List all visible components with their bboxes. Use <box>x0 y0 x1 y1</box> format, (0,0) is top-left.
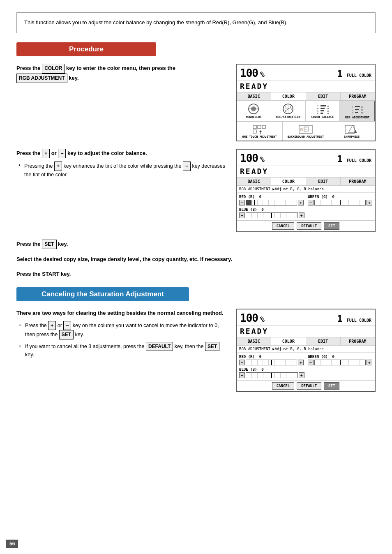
color-balance-label: COLOR BALANCE <box>307 115 339 119</box>
blue-track-2 <box>246 212 298 218</box>
hue-saturation-cell[interactable]: R Y V B HUE/SATURATION <box>271 101 306 121</box>
svg-text:Y: Y <box>290 105 291 108</box>
red-track-3 <box>246 360 297 365</box>
rgb-adjustment-cell[interactable]: R ≡⊗ G ≡⊗ B ≡⊗ RGB ADJUSTMENT <box>340 101 375 121</box>
screen-percent-3: 100 <box>240 312 258 324</box>
tab-program-2[interactable]: PROGRAM <box>341 178 375 185</box>
tab-edit-3[interactable]: EDIT <box>306 337 341 345</box>
screen-copy-num-1: 1 <box>337 69 343 79</box>
color-balance-cell[interactable]: Y ≡⊗ M ≡⊗ C ≡⊗ K ≡⊗ <box>306 101 340 121</box>
rgb-adjust-label-2: RGB ADJUSTMENT ▶Adjust R, G, B balance <box>237 186 375 193</box>
green-slider-3: GREEN (G) 0 − <box>308 355 372 365</box>
blue-slider-wrapper-3: BLUE (B) 0 − <box>239 367 304 378</box>
red-cells-3 <box>246 360 297 365</box>
green-plus-btn-2[interactable]: + <box>367 200 372 205</box>
green-label-2: GREEN (G) 0 <box>308 195 372 199</box>
step5-text: Press the START key. <box>16 270 376 278</box>
blue-slider-2: BLUE (B) 0 − <box>239 208 304 218</box>
rgb-adjust-label-3: RGB ADJUSTMENT ▶Adjust R, G, B balance <box>237 346 375 353</box>
tab-basic-3[interactable]: BASIC <box>237 337 271 345</box>
canceling-text: There are two ways for clearing the sett… <box>16 309 228 362</box>
green-minus-btn-2[interactable]: − <box>308 200 314 205</box>
hue-saturation-icon: R Y V B <box>281 103 295 115</box>
red-plus-btn-2[interactable]: + <box>298 200 304 205</box>
tab-basic-2[interactable]: BASIC <box>237 178 271 185</box>
blue-slider-3: BLUE (B) 0 − <box>239 367 304 378</box>
one-touch-cell[interactable]: ONE TOUCH ADJUSTMENT <box>237 122 283 140</box>
tab-edit-1[interactable]: EDIT <box>306 92 341 100</box>
default-btn-3[interactable]: DEFAULT <box>297 382 321 390</box>
hue-saturation-label: HUE/SATURATION <box>272 115 304 119</box>
blue-minus-btn-2[interactable]: − <box>239 212 245 218</box>
rgb-adjustment-key: RGB ADJUSTMENT <box>16 74 67 83</box>
step4-row: Select the desired copy size, image dens… <box>16 255 376 263</box>
minus-key-1: − <box>58 149 66 159</box>
svg-rect-32 <box>253 125 256 129</box>
red-plus-btn-3[interactable]: + <box>298 360 304 365</box>
screen3-panel: 100 % 1 FULL COLOR READY BASIC COLOR EDI… <box>236 309 376 392</box>
blue-track-3 <box>246 372 298 378</box>
screen-top-3: 100 % 1 FULL COLOR <box>237 309 375 326</box>
cancel-btn-2[interactable]: CANCEL <box>272 222 295 230</box>
screen-percent-2: 100 <box>240 152 258 164</box>
screen1-panel: 100 % 1 FULL COLOR READY BASIC COLOR EDI… <box>236 64 376 141</box>
svg-text:≡⊗: ≡⊗ <box>361 106 363 108</box>
screen-top-2: 100 % 1 FULL COLOR <box>237 150 375 166</box>
sharpness-cell[interactable]: SHARPNESS <box>329 122 375 140</box>
tab-program-1[interactable]: PROGRAM <box>341 92 375 100</box>
green-minus-btn-3[interactable]: − <box>308 360 314 365</box>
rg-slider-group-2: RED (R) 0 − <box>239 195 372 205</box>
blue-plus-btn-2[interactable]: + <box>299 212 304 218</box>
svg-text:≡⊗: ≡⊗ <box>327 112 329 114</box>
red-minus-btn-2[interactable]: − <box>239 200 245 205</box>
step2-bullet1: Pressing the + key enhances the tint of … <box>18 162 228 179</box>
screen-top-1: 100 % 1 FULL COLOR <box>237 65 375 81</box>
default-btn-2[interactable]: DEFAULT <box>297 222 321 230</box>
set-btn-3[interactable]: SET <box>324 382 339 390</box>
monocolor-cell[interactable]: MONOCOLOR <box>237 101 271 121</box>
set-key-cancel: SET <box>59 330 74 339</box>
red-minus-btn-3[interactable]: − <box>239 360 245 365</box>
red-slider-3: RED (R) 0 − <box>239 355 304 365</box>
tab-color-2[interactable]: COLOR <box>271 178 306 185</box>
screen-full-color-2: FULL COLOR <box>347 158 371 163</box>
step4-text: Select the desired copy size, image dens… <box>16 255 376 263</box>
step5-row: Press the START key. <box>16 270 376 278</box>
tab-basic-1[interactable]: BASIC <box>237 92 271 100</box>
green-plus-btn-3[interactable]: + <box>367 360 372 365</box>
cancel-btn-3[interactable]: CANCEL <box>272 382 295 390</box>
canceling-row: There are two ways for clearing the sett… <box>16 309 376 392</box>
blue-plus-btn-3[interactable]: + <box>299 372 304 378</box>
rgb-adjustment-label: RGB ADJUSTMENT <box>341 116 373 119</box>
svg-rect-35 <box>253 130 256 133</box>
one-touch-icon <box>252 125 267 134</box>
set-key-1: SET <box>42 240 56 249</box>
green-cells-2 <box>315 200 365 205</box>
tab-color-1[interactable]: COLOR <box>271 92 306 100</box>
copier-screen-3: 100 % 1 FULL COLOR READY BASIC COLOR EDI… <box>236 309 376 392</box>
svg-text:V: V <box>291 108 293 111</box>
step2-text: Press the + or − key to adjust the color… <box>16 149 228 181</box>
red-track-2 <box>246 200 297 205</box>
screen-icons-row2: ONE TOUCH ADJUSTMENT ± 📋 BACKGROUND ADJU… <box>237 122 375 140</box>
tab-program-3[interactable]: PROGRAM <box>341 337 375 345</box>
plus-key-cancel: + <box>48 321 56 330</box>
svg-rect-21 <box>321 113 323 114</box>
svg-text:B: B <box>352 111 353 114</box>
one-touch-label: ONE TOUCH ADJUSTMENT <box>238 135 281 138</box>
blue-minus-btn-3[interactable]: − <box>239 372 245 378</box>
svg-rect-15 <box>321 108 325 109</box>
svg-rect-24 <box>355 106 360 107</box>
tab-color-3[interactable]: COLOR <box>271 337 306 345</box>
canceling-header: Canceling the Saturation Adjustment <box>16 287 189 301</box>
svg-text:G: G <box>352 108 353 111</box>
background-adj-cell[interactable]: ± 📋 BACKGROUND ADJUSTMENT <box>283 122 329 140</box>
red-label-2: RED (R) 0 <box>239 195 304 199</box>
step1-row: Press the COLOR key to enter the color m… <box>16 64 376 141</box>
green-slider-row-3: − <box>308 360 372 365</box>
set-btn-2[interactable]: SET <box>324 222 339 230</box>
tab-edit-2[interactable]: EDIT <box>306 178 341 185</box>
blue-slider-row-2: − <box>239 212 304 218</box>
rg-slider-group-3: RED (R) 0 − <box>239 355 372 365</box>
screen-percent-1: 100 <box>240 67 258 79</box>
